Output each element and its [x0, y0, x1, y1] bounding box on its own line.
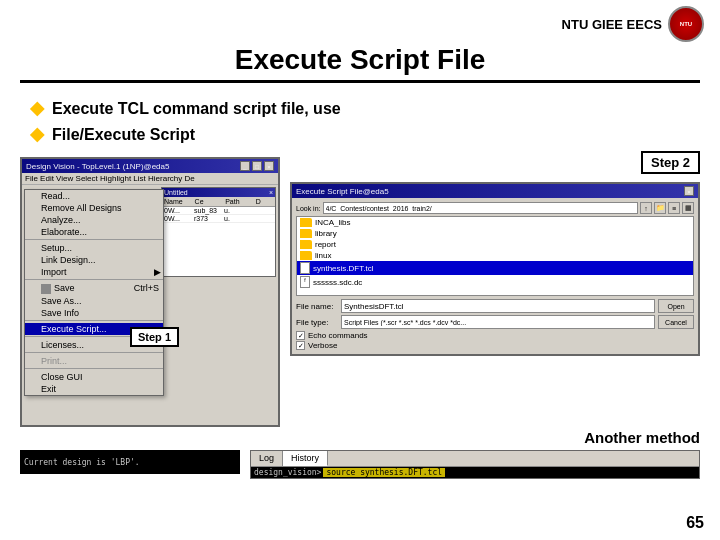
win-close[interactable]: ×: [264, 161, 274, 171]
echo-checkbox[interactable]: ✓: [296, 331, 305, 340]
col-d-header: D: [256, 198, 269, 205]
win-maximize[interactable]: □: [252, 161, 262, 171]
menu-sep-3: [25, 320, 163, 322]
menu-analyze[interactable]: Analyze...: [25, 214, 163, 226]
save-icon: [41, 284, 51, 294]
filetype-label: File type:: [296, 318, 341, 327]
table-title: Untitled: [164, 189, 188, 196]
ntu-logo: NTU GIEE EECS NTU: [562, 6, 704, 42]
lookin-label: Look in:: [296, 205, 321, 212]
bullet-text-1: Execute TCL command script file, use: [52, 100, 341, 118]
menu-print[interactable]: Print...: [25, 355, 163, 367]
folder-icon-linux: [300, 251, 312, 260]
file-item-linux[interactable]: linux: [297, 250, 693, 261]
file-item-inca[interactable]: INCA_libs: [297, 217, 693, 228]
col-cell-header: Ce: [195, 198, 222, 205]
dialog-titlebar: Execute Script File@eda5 ×: [292, 184, 698, 198]
file-name-tcl: synthesis.DFT.tcl: [313, 264, 373, 273]
menu-save-info[interactable]: Save Info: [25, 307, 163, 319]
save-shortcut: Ctrl+S: [134, 283, 159, 293]
file-item-tcl[interactable]: tcl synthesis.DFT.tcl: [297, 261, 693, 275]
menu-save[interactable]: Save Ctrl+S: [25, 282, 163, 295]
table-header: Name Ce Path D: [162, 197, 275, 207]
menu-remove-all[interactable]: Remove All Designs: [25, 202, 163, 214]
echo-row: ✓ Echo commands: [296, 331, 694, 340]
step1-label: Step 1: [130, 327, 179, 347]
menu-elaborate[interactable]: Elaborate...: [25, 226, 163, 238]
tab-log[interactable]: Log: [251, 451, 283, 466]
screenshots-area: Design Vision - TopLevel.1 (1NP)@eda5 _ …: [0, 157, 720, 427]
menu-save-as[interactable]: Save As...: [25, 295, 163, 307]
right-area: Step 2 Execute Script File@eda5 × Look i…: [290, 157, 700, 427]
file-name-report: report: [315, 240, 336, 249]
nav-up[interactable]: ↑: [640, 202, 652, 214]
terminal-tabs: Log History: [251, 451, 699, 467]
row2-name: 0W...: [164, 215, 194, 222]
nav-list[interactable]: ≡: [668, 202, 680, 214]
menu-close-gui[interactable]: Close GUI: [25, 371, 163, 383]
row2-path: u.: [224, 215, 254, 222]
menu-setup[interactable]: Setup...: [25, 242, 163, 254]
row1-path: u.: [224, 207, 254, 214]
cancel-button[interactable]: Cancel: [658, 315, 694, 329]
verbose-checkbox[interactable]: ✓: [296, 341, 305, 350]
bullet-diamond-2: ◆: [30, 123, 44, 145]
file-item-library[interactable]: library: [297, 228, 693, 239]
lookin-input[interactable]: [323, 202, 638, 214]
tab-history[interactable]: History: [283, 451, 328, 466]
terminal-output-line: Current design is 'LBP'.: [20, 450, 240, 474]
filename-label: File name:: [296, 302, 341, 311]
table-close[interactable]: ×: [269, 189, 273, 196]
win-close-buttons: _ □ ×: [240, 161, 274, 171]
table-titlebar: Untitled ×: [162, 188, 275, 197]
header: NTU GIEE EECS NTU: [0, 0, 720, 42]
menubar-text: File Edit View Select Highlight List Hie…: [25, 174, 195, 183]
menu-sep-6: [25, 368, 163, 370]
menu-import[interactable]: Import▶: [25, 266, 163, 278]
filename-row: File name: Open: [296, 299, 694, 313]
filename-input[interactable]: [341, 299, 655, 313]
step2-label: Step 2: [641, 151, 700, 174]
file-name-linux: linux: [315, 251, 331, 260]
nav-details[interactable]: ▦: [682, 202, 694, 214]
execute-script-dialog[interactable]: Execute Script File@eda5 × Look in: ↑ 📁 …: [290, 182, 700, 356]
open-button[interactable]: Open: [658, 299, 694, 313]
terminal-prompt: design_vision>: [254, 468, 321, 477]
file-icon-tcl: tcl: [300, 262, 310, 274]
lookin-bar: Look in: ↑ 📁 ≡ ▦: [296, 202, 694, 214]
left-win-title: Design Vision - TopLevel.1 (1NP)@eda5: [26, 162, 169, 171]
dialog-close-btns: ×: [684, 186, 694, 196]
file-item-report[interactable]: report: [297, 239, 693, 250]
current-design-text: Current design is 'LBP'.: [24, 458, 140, 467]
row2-cell: r373: [194, 215, 224, 222]
file-item-sdc[interactable]: f ssssss.sdc.dc: [297, 275, 693, 289]
filetype-input[interactable]: [341, 315, 655, 329]
another-method-label: Another method: [0, 429, 720, 446]
folder-icon-inca: [300, 218, 312, 227]
menu-sep-2: [25, 279, 163, 281]
menu-exit[interactable]: Exit: [25, 383, 163, 395]
left-win-titlebar: Design Vision - TopLevel.1 (1NP)@eda5 _ …: [22, 159, 278, 173]
nav-new-folder[interactable]: 📁: [654, 202, 666, 214]
dialog-title: Execute Script File@eda5: [296, 187, 389, 196]
terminal-window: Log History design_vision> source synthe…: [250, 450, 700, 479]
folder-icon-library: [300, 229, 312, 238]
terminal-input-row: design_vision> source synthesis.DFT.tcl: [251, 467, 699, 478]
row1-cell: sub_83: [194, 207, 224, 214]
terminal-command[interactable]: source synthesis.DFT.tcl: [323, 468, 445, 477]
win-minimize[interactable]: _: [240, 161, 250, 171]
nav-buttons: ↑ 📁 ≡ ▦: [640, 202, 694, 214]
menu-link-design[interactable]: Link Design...: [25, 254, 163, 266]
file-list[interactable]: INCA_libs library report linux: [296, 216, 694, 296]
verbose-row: ✓ Verbose: [296, 341, 694, 350]
dialog-close[interactable]: ×: [684, 186, 694, 196]
ntu-seal: NTU: [668, 6, 704, 42]
table-row-1: 0W... sub_83 u.: [162, 207, 275, 215]
left-window: Design Vision - TopLevel.1 (1NP)@eda5 _ …: [20, 157, 280, 427]
bullet-1: ◆ Execute TCL command script file, use: [30, 97, 690, 119]
step2-container: Step 2: [290, 157, 700, 174]
menu-read[interactable]: Read...: [25, 190, 163, 202]
folder-icon-report: [300, 240, 312, 249]
bullet-text-2: File/Execute Script: [52, 126, 195, 144]
bottom-area: Current design is 'LBP'. Log History des…: [0, 450, 720, 479]
